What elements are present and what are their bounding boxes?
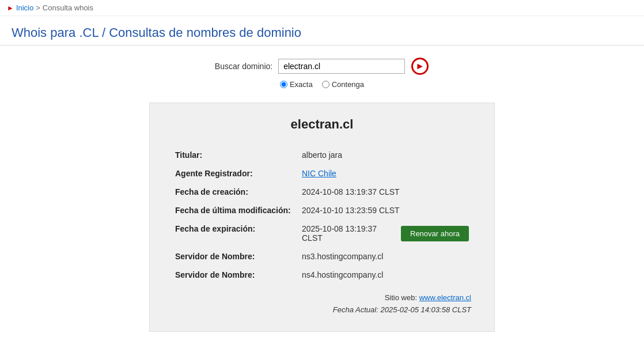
- search-label: Buscar dominio:: [215, 62, 272, 71]
- breadcrumb-current: Consulta whois: [43, 3, 93, 12]
- fecha-actual: Fecha Actual: 2025-02-05 14:03:58 CLST: [173, 305, 471, 314]
- field-label-ns1: Servidor de Nombre:: [173, 247, 300, 266]
- radio-contiene-option[interactable]: Contenga: [322, 80, 364, 89]
- expiry-date: 2025-10-08 13:19:37 CLST: [302, 224, 395, 243]
- radio-exacta-input[interactable]: [280, 81, 287, 88]
- field-value-ns2: ns4.hostingcompany.cl: [300, 266, 471, 284]
- field-label-modificacion: Fecha de última modificación:: [173, 201, 300, 220]
- field-label-agente: Agente Registrador:: [173, 164, 300, 183]
- field-label-titular: Titular:: [173, 146, 300, 164]
- search-button[interactable]: ►: [411, 57, 429, 75]
- result-domain-title: electran.cl: [173, 117, 471, 132]
- sitio-web-link[interactable]: www.electran.cl: [419, 293, 471, 302]
- result-container: electran.cl Titular: alberto jara Agente…: [149, 103, 495, 332]
- radio-contiene-input[interactable]: [322, 81, 329, 88]
- field-value-ns1: ns3.hostingcompany.cl: [300, 247, 471, 266]
- radio-contiene-label: Contenga: [332, 80, 364, 89]
- field-label-expiracion: Fecha de expiración:: [173, 220, 300, 247]
- table-row: Agente Registrador: NIC Chile: [173, 164, 471, 183]
- table-row: Fecha de última modificación: 2024-10-10…: [173, 201, 471, 220]
- search-row: Buscar dominio: ►: [215, 57, 429, 75]
- radio-row: Exacta Contenga: [280, 80, 364, 89]
- search-section: Buscar dominio: ► Exacta Contenga: [0, 57, 644, 89]
- radio-exacta-option[interactable]: Exacta: [280, 80, 313, 89]
- table-row: Titular: alberto jara: [173, 146, 471, 164]
- sitio-web-label: Sitio web:: [385, 293, 417, 302]
- page-title: Whois para .CL / Consultas de nombres de…: [0, 16, 644, 46]
- sitio-web-row: Sitio web: www.electran.cl: [173, 293, 471, 302]
- field-label-ns2: Servidor de Nombre:: [173, 266, 300, 284]
- field-value-expiracion: 2025-10-08 13:19:37 CLST Renovar ahora: [300, 220, 471, 247]
- breadcrumb: ► Inicio > Consulta whois: [0, 0, 644, 16]
- table-row: Servidor de Nombre: ns3.hostingcompany.c…: [173, 247, 471, 266]
- field-value-modificacion: 2024-10-10 13:23:59 CLST: [300, 201, 471, 220]
- field-value-titular: alberto jara: [300, 146, 471, 164]
- radio-exacta-label: Exacta: [290, 80, 313, 89]
- table-row: Fecha de creación: 2024-10-08 13:19:37 C…: [173, 183, 471, 201]
- search-input[interactable]: [278, 59, 405, 74]
- field-label-creacion: Fecha de creación:: [173, 183, 300, 201]
- table-row: Servidor de Nombre: ns4.hostingcompany.c…: [173, 266, 471, 284]
- result-info-table: Titular: alberto jara Agente Registrador…: [173, 146, 471, 284]
- breadcrumb-arrow-icon: ►: [7, 4, 14, 12]
- field-value-creacion: 2024-10-08 13:19:37 CLST: [300, 183, 471, 201]
- search-button-icon: ►: [411, 58, 429, 75]
- table-row: Fecha de expiración: 2025-10-08 13:19:37…: [173, 220, 471, 247]
- nic-chile-link[interactable]: NIC Chile: [302, 169, 336, 178]
- renovar-ahora-button[interactable]: Renovar ahora: [401, 226, 469, 241]
- breadcrumb-separator: >: [36, 3, 40, 12]
- breadcrumb-home-link[interactable]: Inicio: [16, 3, 33, 12]
- field-value-agente: NIC Chile: [300, 164, 471, 183]
